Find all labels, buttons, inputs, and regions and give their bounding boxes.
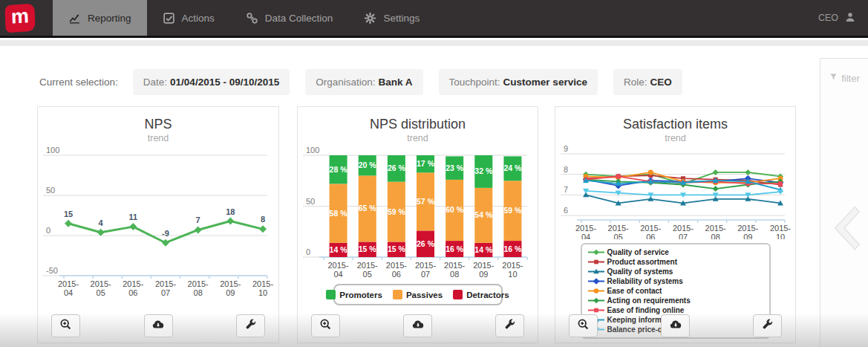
nps-trend-chart: 100500-502015-042015-052015-062015-07201… bbox=[42, 146, 275, 298]
svg-text:7: 7 bbox=[564, 185, 568, 194]
card-title: NPS bbox=[38, 117, 278, 132]
download-button[interactable] bbox=[403, 314, 432, 337]
svg-text:2015-06: 2015-06 bbox=[123, 279, 143, 297]
svg-text:2015-06: 2015-06 bbox=[385, 261, 406, 279]
nps-distribution-legend: PromotersPassivesDetractors bbox=[333, 284, 503, 305]
svg-text:2015-08: 2015-08 bbox=[705, 224, 725, 239]
legend-label: Reliability of systems bbox=[607, 277, 683, 285]
svg-text:16 %: 16 % bbox=[446, 244, 464, 253]
legend-swatch bbox=[588, 277, 604, 285]
svg-text:100: 100 bbox=[306, 146, 319, 155]
configure-button[interactable] bbox=[753, 314, 782, 337]
configure-button[interactable] bbox=[236, 314, 265, 337]
role-filter-pill[interactable]: Role:CEO bbox=[613, 69, 682, 95]
legend-label: Ease of finding online bbox=[607, 306, 685, 314]
svg-text:2015-06: 2015-06 bbox=[640, 224, 661, 239]
tab-actions[interactable]: Actions bbox=[147, 0, 230, 36]
card-subtitle: trend bbox=[38, 133, 278, 143]
configure-button[interactable] bbox=[495, 314, 524, 337]
svg-text:32 %: 32 % bbox=[474, 166, 493, 175]
svg-text:2015-07: 2015-07 bbox=[155, 279, 176, 297]
svg-text:14 %: 14 % bbox=[474, 245, 493, 254]
svg-text:2015-10: 2015-10 bbox=[252, 279, 273, 297]
svg-text:0: 0 bbox=[46, 226, 50, 235]
legend-swatch bbox=[588, 258, 604, 266]
nps-trend-card: NPS trend 100500-502015-042015-052015-06… bbox=[37, 106, 279, 343]
svg-text:26 %: 26 % bbox=[417, 239, 435, 248]
legend-item[interactable]: Quality of systems bbox=[588, 267, 673, 276]
wrench-icon bbox=[244, 318, 257, 334]
legend-item[interactable]: Reliability of systems bbox=[588, 277, 683, 285]
svg-text:2015-08: 2015-08 bbox=[444, 261, 465, 279]
svg-text:2015-10: 2015-10 bbox=[502, 261, 523, 279]
download-button[interactable] bbox=[661, 314, 690, 337]
legend-item[interactable]: Ease of contact bbox=[588, 287, 662, 295]
zoom-in-button[interactable] bbox=[311, 314, 340, 337]
svg-text:58 %: 58 % bbox=[329, 209, 347, 218]
svg-text:20 %: 20 % bbox=[358, 160, 376, 169]
svg-text:59 %: 59 % bbox=[503, 206, 522, 215]
svg-text:50: 50 bbox=[46, 186, 55, 195]
touchpoint-filter-pill[interactable]: Touchpoint:Customer service bbox=[439, 69, 598, 95]
tab-label: Settings bbox=[383, 13, 420, 24]
card-toolbar bbox=[311, 314, 524, 337]
selection-pills: Date:01/04/2015 - 09/10/2015 Organisatio… bbox=[133, 69, 682, 95]
legend-item[interactable]: Promoters bbox=[326, 290, 382, 299]
download-button[interactable] bbox=[144, 314, 173, 337]
legend-item[interactable]: Product assortment bbox=[588, 258, 677, 266]
svg-text:24 %: 24 % bbox=[503, 163, 522, 172]
cloud-download-icon bbox=[669, 318, 682, 334]
zoom-in-button[interactable] bbox=[51, 314, 80, 337]
tab-reporting[interactable]: Reporting bbox=[53, 0, 147, 36]
legend-item[interactable]: Passives bbox=[393, 290, 443, 299]
satisfaction-items-chart: 98762015-042015-052015-062015-072015-082… bbox=[559, 146, 792, 239]
legend-label: Quality of systems bbox=[607, 267, 673, 276]
legend-item[interactable]: Quality of service bbox=[588, 248, 669, 256]
legend-label: Product assortment bbox=[607, 258, 677, 266]
zoom-in-button[interactable] bbox=[569, 314, 598, 337]
legend-swatch bbox=[453, 290, 463, 299]
chevron-left-icon bbox=[829, 242, 861, 255]
svg-text:2015-07: 2015-07 bbox=[672, 224, 693, 239]
brand-logo[interactable]: m bbox=[4, 4, 35, 33]
cloud-download-icon bbox=[411, 318, 425, 334]
funnel-icon bbox=[829, 72, 838, 84]
svg-text:17 %: 17 % bbox=[417, 159, 435, 168]
current-selection-bar: Current selection: Date:01/04/2015 - 09/… bbox=[39, 69, 682, 95]
user-menu[interactable]: CEO bbox=[818, 0, 868, 36]
svg-text:28 %: 28 % bbox=[329, 165, 347, 174]
card-toolbar bbox=[569, 314, 782, 337]
collapse-panel-button[interactable] bbox=[829, 204, 861, 256]
date-filter-pill[interactable]: Date:01/04/2015 - 09/10/2015 bbox=[133, 69, 290, 95]
legend-item[interactable]: Detractors bbox=[453, 290, 509, 299]
svg-text:60 %: 60 % bbox=[446, 205, 464, 214]
filter-label: filter bbox=[841, 73, 860, 84]
svg-text:2015-09: 2015-09 bbox=[737, 224, 758, 239]
svg-text:8: 8 bbox=[564, 165, 568, 174]
svg-text:50: 50 bbox=[306, 197, 315, 206]
filter-button[interactable]: filter bbox=[820, 59, 868, 84]
legend-swatch bbox=[326, 290, 336, 299]
line-chart-icon bbox=[68, 12, 81, 25]
legend-item[interactable]: Acting on requirements bbox=[588, 296, 691, 305]
svg-text:54 %: 54 % bbox=[474, 210, 493, 219]
tab-data-collection[interactable]: Data Collection bbox=[230, 0, 349, 36]
legend-item[interactable]: Ease of finding online bbox=[588, 306, 685, 314]
legend-label: Passives bbox=[406, 291, 443, 299]
zoom-in-icon bbox=[319, 318, 333, 334]
tab-settings[interactable]: Settings bbox=[348, 0, 435, 36]
legend-label: Quality of service bbox=[607, 248, 669, 256]
nav-tabs: Reporting Actions Data Collection Settin… bbox=[53, 0, 435, 36]
tab-label: Data Collection bbox=[265, 13, 333, 24]
svg-text:8: 8 bbox=[261, 215, 265, 224]
svg-text:2015-05: 2015-05 bbox=[356, 261, 377, 279]
zoom-in-icon bbox=[577, 318, 590, 334]
svg-text:2015-05: 2015-05 bbox=[91, 279, 111, 297]
wrench-icon bbox=[503, 318, 516, 334]
top-nav: m Reporting Actions Data Collection bbox=[0, 0, 868, 38]
satisfaction-items-card: Satisfaction items trend 98762015-042015… bbox=[555, 106, 796, 343]
organisation-filter-pill[interactable]: Organisation:Bank A bbox=[305, 69, 422, 95]
card-subtitle: trend bbox=[298, 133, 538, 143]
card-subtitle: trend bbox=[555, 133, 795, 143]
svg-text:18: 18 bbox=[226, 207, 235, 216]
